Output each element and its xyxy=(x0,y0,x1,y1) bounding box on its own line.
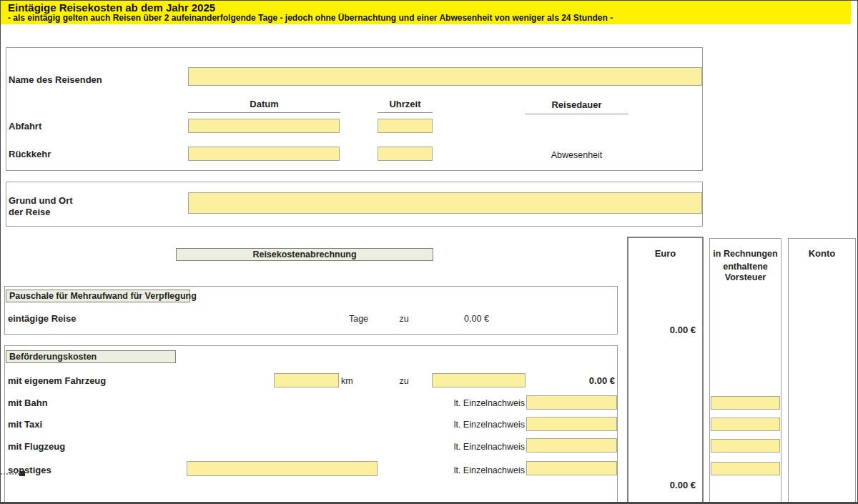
title-banner: Eintägige Reisekosten ab dem Jahr 2025 -… xyxy=(1,1,851,24)
taxi-note: lt. Einzelnachweis xyxy=(439,420,525,430)
vorsteuer-taxi-input[interactable] xyxy=(711,417,780,431)
euro-header: Euro xyxy=(628,249,703,259)
fahrzeug-label: mit eigenem Fahrzeug xyxy=(8,376,106,386)
uhrzeit-underline xyxy=(378,112,433,113)
tage-label: Tage xyxy=(342,314,375,324)
verpflegung-rate-value: 0,00 € xyxy=(453,314,500,324)
flugzeug-input[interactable] xyxy=(526,438,617,453)
verpflegung-zu-label: zu xyxy=(393,314,415,324)
name-label: Name des Reisenden xyxy=(9,75,102,85)
flugzeug-label: mit Flugzeug xyxy=(8,442,65,452)
reisedauer-header: Reisedauer xyxy=(525,100,628,110)
verpflegung-header: Pauschale für Mehraufwand für Verpflegun… xyxy=(6,290,190,302)
flugzeug-note: lt. Einzelnachweis xyxy=(439,442,525,452)
sonstiges-note: lt. Einzelnachweis xyxy=(439,465,525,475)
km-label: km xyxy=(341,376,353,386)
vorsteuer-header-line3: Vorsteuer xyxy=(709,272,781,282)
grand-total-value: 0.00 € xyxy=(623,480,696,490)
taxi-input[interactable] xyxy=(526,417,617,431)
datum-underline xyxy=(188,112,340,113)
rueckkehr-datum-input[interactable] xyxy=(188,147,340,161)
konto-column xyxy=(788,238,856,503)
bahn-input[interactable] xyxy=(526,395,617,410)
befoerderung-header: Beförderungskosten xyxy=(6,350,176,363)
vorsteuer-bahn-input[interactable] xyxy=(711,396,780,410)
bahn-note: lt. Einzelnachweis xyxy=(439,398,525,408)
page-subtitle: - als eintägig gelten auch Reisen über 2… xyxy=(8,14,851,23)
grund-label-line2: der Reise xyxy=(9,207,51,217)
vorsteuer-sonstiges-input[interactable] xyxy=(711,462,780,475)
rueckkehr-uhrzeit-input[interactable] xyxy=(378,147,433,161)
verpflegung-total-value: 0.00 € xyxy=(623,325,696,335)
vorsteuer-header-line2: enthaltene xyxy=(709,262,781,272)
km-input[interactable] xyxy=(274,373,339,387)
datum-header: Datum xyxy=(188,99,340,109)
sonstiges-description-input[interactable] xyxy=(187,461,378,476)
konto-header: Konto xyxy=(788,249,856,259)
abfahrt-uhrzeit-input[interactable] xyxy=(378,119,433,133)
euro-column xyxy=(627,237,704,503)
page-title: Eintägige Reisekosten ab dem Jahr 2025 xyxy=(8,2,851,14)
sonstiges-input[interactable] xyxy=(526,461,617,475)
rueckkehr-label: Rückkehr xyxy=(9,149,51,159)
grund-label-line1: Grund und Ort xyxy=(9,196,73,206)
abwesenheit-label: Abwesenheit xyxy=(525,150,628,160)
travel-expense-form: Eintägige Reisekosten ab dem Jahr 2025 -… xyxy=(0,0,858,504)
abfahrt-label: Abfahrt xyxy=(9,122,41,132)
vorsteuer-flugzeug-input[interactable] xyxy=(711,439,780,453)
taxi-label: mit Taxi xyxy=(8,420,42,430)
object-anchor-handle xyxy=(19,471,25,476)
km-rate-input[interactable] xyxy=(432,373,526,387)
traveler-name-input[interactable] xyxy=(188,67,702,86)
bahn-label: mit Bahn xyxy=(8,398,48,408)
vorsteuer-header-line1: in Rechnungen xyxy=(709,249,781,259)
abfahrt-datum-input[interactable] xyxy=(188,119,340,133)
grund-der-reise-input[interactable] xyxy=(188,192,702,214)
abrechnung-header: Reisekostenabrechnung xyxy=(176,248,433,261)
uhrzeit-header: Uhrzeit xyxy=(378,99,433,109)
fahrzeug-total-value: 0.00 € xyxy=(551,376,615,386)
eintaegige-reise-label: eintägige Reise xyxy=(8,314,76,324)
reisedauer-underline xyxy=(525,114,628,114)
befoerderung-zu-label: zu xyxy=(393,376,415,386)
